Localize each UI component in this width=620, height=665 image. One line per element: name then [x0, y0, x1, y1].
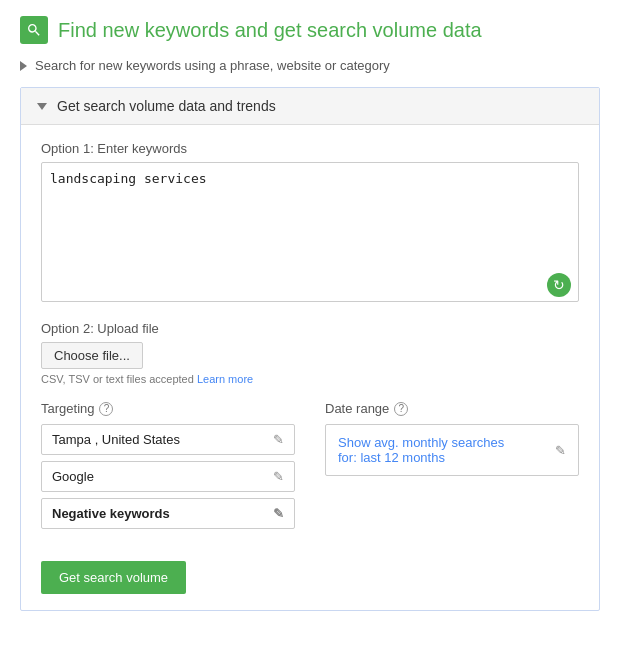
keywords-textarea[interactable]: landscaping services — [41, 162, 579, 302]
file-info: CSV, TSV or text files accepted Learn mo… — [41, 373, 579, 385]
main-panel: Get search volume data and trends Option… — [20, 87, 600, 611]
daterange-label: Date range ? — [325, 401, 579, 416]
panel-body: Option 1: Enter keywords landscaping ser… — [21, 125, 599, 610]
panel-title: Get search volume data and trends — [57, 98, 276, 114]
edit-date-range-icon[interactable]: ✎ — [555, 443, 566, 458]
edit-location-icon[interactable]: ✎ — [273, 432, 284, 447]
two-col-section: Targeting ? Tampa , United States ✎ Goog… — [41, 401, 579, 535]
option2-label: Option 2: Upload file — [41, 321, 579, 336]
arrow-right-icon — [20, 61, 27, 71]
edit-google-icon[interactable]: ✎ — [273, 469, 284, 484]
option1-label: Option 1: Enter keywords — [41, 141, 579, 156]
page-title: Find new keywords and get search volume … — [58, 19, 482, 42]
collapsed-section[interactable]: Search for new keywords using a phrase, … — [20, 58, 600, 73]
daterange-help-icon[interactable]: ? — [394, 402, 408, 416]
targeting-item-negative-keywords[interactable]: Negative keywords ✎ — [41, 498, 295, 529]
refresh-icon[interactable]: ↻ — [547, 273, 571, 297]
keywords-wrapper: landscaping services ↻ — [41, 162, 579, 305]
targeting-item-location[interactable]: Tampa , United States ✎ — [41, 424, 295, 455]
arrow-down-icon — [37, 103, 47, 110]
page-header: Find new keywords and get search volume … — [20, 16, 600, 44]
search-icon — [20, 16, 48, 44]
targeting-col: Targeting ? Tampa , United States ✎ Goog… — [41, 401, 295, 535]
get-search-volume-button[interactable]: Get search volume — [41, 561, 186, 594]
targeting-help-icon[interactable]: ? — [99, 402, 113, 416]
edit-negative-keywords-icon[interactable]: ✎ — [273, 506, 284, 521]
daterange-col: Date range ? Show avg. monthly searches … — [325, 401, 579, 535]
learn-more-link[interactable]: Learn more — [197, 373, 253, 385]
date-range-box[interactable]: Show avg. monthly searches for: last 12 … — [325, 424, 579, 476]
date-range-text: Show avg. monthly searches for: last 12 … — [338, 435, 504, 465]
targeting-label: Targeting ? — [41, 401, 295, 416]
targeting-item-google[interactable]: Google ✎ — [41, 461, 295, 492]
collapsed-label: Search for new keywords using a phrase, … — [35, 58, 390, 73]
panel-header[interactable]: Get search volume data and trends — [21, 88, 599, 125]
choose-file-button[interactable]: Choose file... — [41, 342, 143, 369]
